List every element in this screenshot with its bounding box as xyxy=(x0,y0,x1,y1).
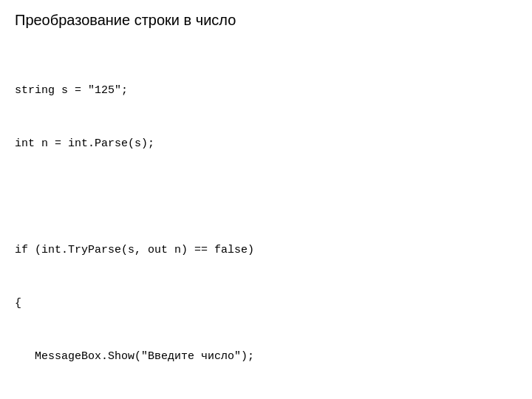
page-container: Преобразование строки в число string s =… xyxy=(0,0,532,399)
code-block: string s = "125"; int n = int.Parse(s); … xyxy=(15,47,517,399)
code-line-5: { xyxy=(15,295,517,313)
code-line-3 xyxy=(15,188,517,206)
code-line-1: string s = "125"; xyxy=(15,82,517,100)
code-line-2: int n = int.Parse(s); xyxy=(15,135,517,153)
code-line-4: if (int.TryParse(s, out n) == false) xyxy=(15,242,517,259)
code-line-6: MessageBox.Show("Введите число"); xyxy=(15,348,517,366)
page-title: Преобразование строки в число xyxy=(15,12,517,29)
